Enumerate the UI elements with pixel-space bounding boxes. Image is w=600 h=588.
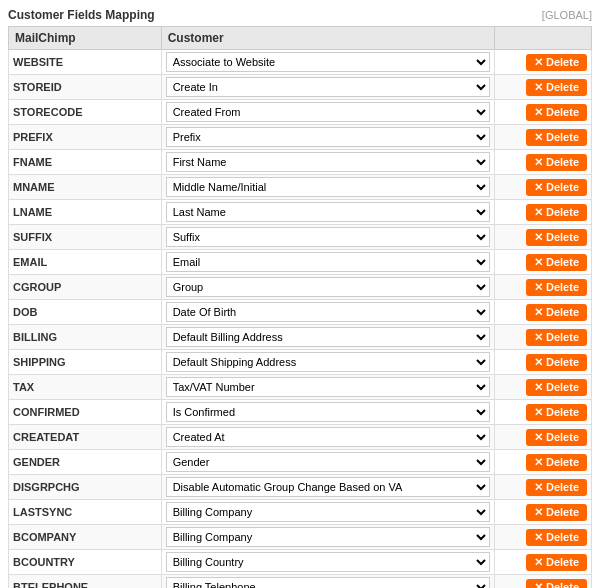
mailchimp-field-name: LASTSYNC — [9, 500, 162, 525]
customer-field-select-cell: Created At — [161, 425, 494, 450]
mailchimp-field-name: PREFIX — [9, 125, 162, 150]
mailchimp-field-name: DISGRPCHG — [9, 475, 162, 500]
delete-button[interactable]: ✕ Delete — [526, 204, 587, 221]
customer-field-select-cell: Created From — [161, 100, 494, 125]
customer-field-select[interactable]: Is Confirmed — [166, 402, 490, 422]
customer-field-select[interactable]: Tax/VAT Number — [166, 377, 490, 397]
mailchimp-field-name: CGROUP — [9, 275, 162, 300]
table-row: TAXTax/VAT Number✕ Delete — [9, 375, 592, 400]
customer-field-select[interactable]: Group — [166, 277, 490, 297]
mailchimp-field-name: STORECODE — [9, 100, 162, 125]
customer-field-select[interactable]: Create In — [166, 77, 490, 97]
table-row: CONFIRMEDIs Confirmed✕ Delete — [9, 400, 592, 425]
customer-field-select[interactable]: Gender — [166, 452, 490, 472]
mailchimp-field-name: MNAME — [9, 175, 162, 200]
customer-field-select[interactable]: First Name — [166, 152, 490, 172]
customer-field-select-cell: Is Confirmed — [161, 400, 494, 425]
customer-field-select[interactable]: Created From — [166, 102, 490, 122]
delete-cell: ✕ Delete — [494, 575, 591, 589]
table-row: STOREIDCreate In✕ Delete — [9, 75, 592, 100]
delete-button[interactable]: ✕ Delete — [526, 329, 587, 346]
delete-cell: ✕ Delete — [494, 275, 591, 300]
delete-cell: ✕ Delete — [494, 500, 591, 525]
customer-field-select[interactable]: Middle Name/Initial — [166, 177, 490, 197]
delete-button[interactable]: ✕ Delete — [526, 79, 587, 96]
global-tag-header: [GLOBAL] — [542, 9, 592, 21]
customer-field-select[interactable]: Last Name — [166, 202, 490, 222]
col-header-mailchimp: MailChimp — [9, 27, 162, 50]
delete-cell: ✕ Delete — [494, 225, 591, 250]
delete-button[interactable]: ✕ Delete — [526, 154, 587, 171]
customer-field-select-cell: Disable Automatic Group Change Based on … — [161, 475, 494, 500]
delete-button[interactable]: ✕ Delete — [526, 479, 587, 496]
table-row: LASTSYNCBilling Company✕ Delete — [9, 500, 592, 525]
section-title: Customer Fields Mapping — [8, 8, 155, 22]
customer-field-select[interactable]: Email — [166, 252, 490, 272]
mailchimp-field-name: CREATEDAT — [9, 425, 162, 450]
customer-field-select-cell: Gender — [161, 450, 494, 475]
delete-cell: ✕ Delete — [494, 325, 591, 350]
delete-cell: ✕ Delete — [494, 75, 591, 100]
delete-button[interactable]: ✕ Delete — [526, 554, 587, 571]
table-row: PREFIXPrefix✕ Delete — [9, 125, 592, 150]
delete-button[interactable]: ✕ Delete — [526, 129, 587, 146]
delete-button[interactable]: ✕ Delete — [526, 579, 587, 589]
customer-field-select-cell: First Name — [161, 150, 494, 175]
delete-button[interactable]: ✕ Delete — [526, 454, 587, 471]
delete-button[interactable]: ✕ Delete — [526, 404, 587, 421]
page-wrapper: Customer Fields Mapping [GLOBAL] MailChi… — [0, 0, 600, 588]
table-header-row: MailChimp Customer — [9, 27, 592, 50]
delete-button[interactable]: ✕ Delete — [526, 179, 587, 196]
delete-button[interactable]: ✕ Delete — [526, 354, 587, 371]
customer-field-select[interactable]: Prefix — [166, 127, 490, 147]
mailchimp-field-name: GENDER — [9, 450, 162, 475]
customer-field-select-cell: Suffix — [161, 225, 494, 250]
delete-button[interactable]: ✕ Delete — [526, 229, 587, 246]
delete-button[interactable]: ✕ Delete — [526, 254, 587, 271]
customer-field-select[interactable]: Default Shipping Address — [166, 352, 490, 372]
delete-button[interactable]: ✕ Delete — [526, 504, 587, 521]
delete-button[interactable]: ✕ Delete — [526, 304, 587, 321]
customer-field-select[interactable]: Disable Automatic Group Change Based on … — [166, 477, 490, 497]
table-row: FNAMEFirst Name✕ Delete — [9, 150, 592, 175]
customer-field-select[interactable]: Billing Company — [166, 527, 490, 547]
customer-field-select[interactable]: Suffix — [166, 227, 490, 247]
mailchimp-field-name: BCOUNTRY — [9, 550, 162, 575]
customer-field-select[interactable]: Associate to Website — [166, 52, 490, 72]
table-row: CGROUPGroup✕ Delete — [9, 275, 592, 300]
delete-button[interactable]: ✕ Delete — [526, 379, 587, 396]
delete-button[interactable]: ✕ Delete — [526, 429, 587, 446]
customer-field-select[interactable]: Default Billing Address — [166, 327, 490, 347]
table-row: LNAMELast Name✕ Delete — [9, 200, 592, 225]
table-row: SUFFIXSuffix✕ Delete — [9, 225, 592, 250]
delete-button[interactable]: ✕ Delete — [526, 529, 587, 546]
customer-field-select-cell: Associate to Website — [161, 50, 494, 75]
customer-field-select-cell: Create In — [161, 75, 494, 100]
customer-field-select[interactable]: Billing Telephone — [166, 577, 490, 588]
customer-field-select-cell: Billing Country — [161, 550, 494, 575]
delete-button[interactable]: ✕ Delete — [526, 104, 587, 121]
delete-cell: ✕ Delete — [494, 125, 591, 150]
delete-button[interactable]: ✕ Delete — [526, 54, 587, 71]
table-row: DOBDate Of Birth✕ Delete — [9, 300, 592, 325]
delete-cell: ✕ Delete — [494, 400, 591, 425]
delete-button[interactable]: ✕ Delete — [526, 279, 587, 296]
customer-field-select-cell: Default Shipping Address — [161, 350, 494, 375]
col-header-customer: Customer — [161, 27, 494, 50]
customer-field-select[interactable]: Date Of Birth — [166, 302, 490, 322]
delete-cell: ✕ Delete — [494, 475, 591, 500]
customer-field-select-cell: Tax/VAT Number — [161, 375, 494, 400]
delete-cell: ✕ Delete — [494, 100, 591, 125]
customer-field-select-cell: Billing Company — [161, 500, 494, 525]
delete-cell: ✕ Delete — [494, 375, 591, 400]
delete-cell: ✕ Delete — [494, 550, 591, 575]
table-row: BTELEPHONEBilling Telephone✕ Delete — [9, 575, 592, 589]
table-row: GENDERGender✕ Delete — [9, 450, 592, 475]
table-row: CREATEDATCreated At✕ Delete — [9, 425, 592, 450]
mailchimp-field-name: BTELEPHONE — [9, 575, 162, 589]
customer-field-select[interactable]: Created At — [166, 427, 490, 447]
customer-field-select[interactable]: Billing Country — [166, 552, 490, 572]
customer-field-select[interactable]: Billing Company — [166, 502, 490, 522]
mailchimp-field-name: CONFIRMED — [9, 400, 162, 425]
customer-field-select-cell: Billing Telephone — [161, 575, 494, 589]
